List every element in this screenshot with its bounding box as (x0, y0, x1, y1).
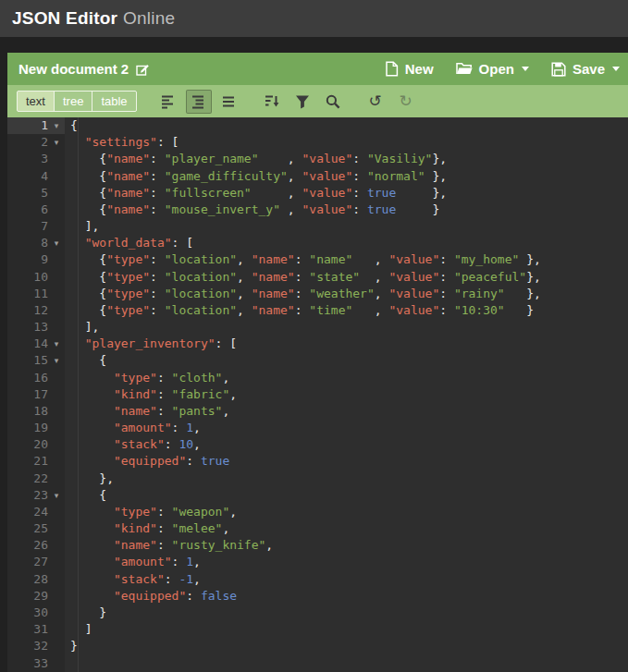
fold-toggle-icon[interactable]: ▾ (48, 134, 65, 151)
mode-text-button[interactable]: text (17, 91, 55, 112)
gutter-cell[interactable]: 19 (7, 420, 65, 436)
gutter-cell[interactable]: 14▾ (7, 336, 65, 352)
code-line[interactable]: 18 "name": "pants", (7, 403, 628, 420)
code-line[interactable]: 5 {"name": "fullscreen" , "value": true … (7, 185, 628, 202)
code-line[interactable]: 16 "type": "cloth", (7, 370, 628, 386)
gutter-cell[interactable]: 3 (7, 151, 65, 167)
save-button[interactable]: Save (551, 61, 620, 77)
code-line[interactable]: 25 "kind": "melee", (7, 520, 628, 537)
code-token: , (237, 303, 252, 317)
code-line[interactable]: 3 {"name": "player_name" , "value": "Vas… (7, 151, 628, 167)
code-line[interactable]: 23▾ { (7, 487, 628, 504)
document-name-button[interactable]: New document 2 (18, 61, 149, 77)
gutter-cell[interactable]: 7 (7, 218, 65, 235)
code-line[interactable]: 27 "amount": 1, (7, 554, 628, 570)
gutter-cell[interactable]: 9 (7, 251, 65, 268)
code-line[interactable]: 22 }, (7, 470, 628, 487)
code-line[interactable]: 21 "equipped": true (7, 453, 628, 470)
code-line[interactable]: 4 {"name": "game_difficulty", "value": "… (7, 168, 628, 185)
code-line[interactable]: 13 ], (7, 319, 628, 336)
code-line[interactable]: 11 {"type": "location", "name": "weather… (7, 286, 628, 302)
code-line[interactable]: 19 "amount": 1, (7, 420, 628, 436)
gutter-cell[interactable]: 13 (7, 319, 65, 336)
gutter-cell[interactable]: 6 (7, 202, 65, 218)
code-line[interactable]: 20 "stack": 10, (7, 436, 628, 453)
gutter-cell[interactable]: 20 (7, 436, 65, 453)
gutter-cell[interactable]: 27 (7, 554, 65, 570)
gutter-cell[interactable]: 17 (7, 386, 65, 403)
code-token: "kind" (114, 387, 157, 401)
code-token: , (237, 270, 252, 284)
code-text (65, 655, 70, 672)
code-editor[interactable]: 1▾{2▾ "settings": [3 {"name": "player_na… (7, 117, 628, 672)
sort-button[interactable] (259, 90, 285, 114)
gutter-cell[interactable]: 11 (7, 286, 65, 302)
search-button[interactable] (320, 90, 346, 114)
gutter-cell[interactable]: 1▾ (7, 117, 65, 134)
fold-toggle-icon[interactable]: ▾ (48, 336, 65, 352)
mode-table-button[interactable]: table (92, 91, 136, 112)
fold-spacer (48, 621, 65, 638)
fold-toggle-icon[interactable]: ▾ (48, 117, 65, 134)
fold-spacer (48, 386, 65, 403)
redo-button[interactable]: ↻ (393, 90, 419, 114)
gutter-cell[interactable]: 15▾ (7, 352, 65, 369)
line-number: 11 (7, 286, 48, 302)
fold-toggle-icon[interactable]: ▾ (48, 235, 65, 251)
undo-button[interactable]: ↺ (363, 90, 388, 114)
gutter-cell[interactable]: 8▾ (7, 235, 65, 251)
line-number: 17 (7, 386, 48, 403)
gutter-cell[interactable]: 2▾ (7, 134, 65, 151)
code-line[interactable]: 32} (7, 638, 628, 654)
gutter-cell[interactable]: 18 (7, 403, 65, 420)
transform-button[interactable] (289, 90, 315, 114)
gutter-cell[interactable]: 33 (7, 655, 65, 672)
code-token: "name" (106, 202, 150, 216)
code-line[interactable]: 31 ] (7, 621, 628, 638)
code-line[interactable]: 9 {"type": "location", "name": "name" , … (7, 251, 628, 268)
mode-tree-button[interactable]: tree (54, 91, 92, 112)
open-button[interactable]: Open (456, 61, 529, 77)
gutter-cell[interactable]: 16 (7, 370, 65, 386)
gutter-cell[interactable]: 31 (7, 621, 65, 638)
code-line[interactable]: 12 {"type": "location", "name": "time" ,… (7, 302, 628, 319)
gutter-cell[interactable]: 29 (7, 588, 65, 605)
compact-button[interactable] (186, 90, 212, 114)
gutter-cell[interactable]: 10 (7, 269, 65, 286)
code-line[interactable]: 26 "name": "rusty_knife", (7, 537, 628, 554)
gutter-cell[interactable]: 26 (7, 537, 65, 554)
gutter-cell[interactable]: 12 (7, 302, 65, 319)
code-line[interactable]: 1▾{ (7, 117, 628, 134)
format-button[interactable] (155, 90, 181, 114)
fold-toggle-icon[interactable]: ▾ (48, 487, 65, 504)
code-token: "my_home" (454, 252, 519, 266)
document-toolbar: New document 2 NewOpenSave (7, 53, 628, 85)
code-line[interactable]: 7 ], (7, 218, 628, 235)
gutter-cell[interactable]: 21 (7, 453, 65, 470)
new-document-button[interactable]: New (385, 61, 434, 77)
gutter-cell[interactable]: 24 (7, 504, 65, 520)
justify-button[interactable] (216, 90, 242, 114)
code-line[interactable]: 24 "type": "weapon", (7, 504, 628, 520)
gutter-cell[interactable]: 30 (7, 605, 65, 621)
code-line[interactable]: 17 "kind": "fabric", (7, 386, 628, 403)
gutter-cell[interactable]: 23▾ (7, 487, 65, 504)
gutter-cell[interactable]: 5 (7, 185, 65, 202)
edit-pencil-icon[interactable] (136, 63, 149, 76)
code-line[interactable]: 6 {"name": "mouse_invert_y" , "value": t… (7, 202, 628, 218)
gutter-cell[interactable]: 28 (7, 571, 65, 588)
code-line[interactable]: 29 "equipped": false (7, 588, 628, 605)
code-line[interactable]: 30 } (7, 605, 628, 621)
code-line[interactable]: 15▾ { (7, 352, 628, 369)
code-line[interactable]: 14▾ "player_inventory": [ (7, 336, 628, 352)
gutter-cell[interactable]: 22 (7, 470, 65, 487)
code-line[interactable]: 10 {"type": "location", "name": "state" … (7, 269, 628, 286)
code-line[interactable]: 28 "stack": -1, (7, 571, 628, 588)
gutter-cell[interactable]: 4 (7, 168, 65, 185)
gutter-cell[interactable]: 32 (7, 638, 65, 654)
gutter-cell[interactable]: 25 (7, 520, 65, 537)
fold-toggle-icon[interactable]: ▾ (48, 352, 65, 369)
code-line[interactable]: 8▾ "world_data": [ (7, 235, 628, 251)
code-line[interactable]: 33 (7, 655, 628, 672)
code-line[interactable]: 2▾ "settings": [ (7, 134, 628, 151)
